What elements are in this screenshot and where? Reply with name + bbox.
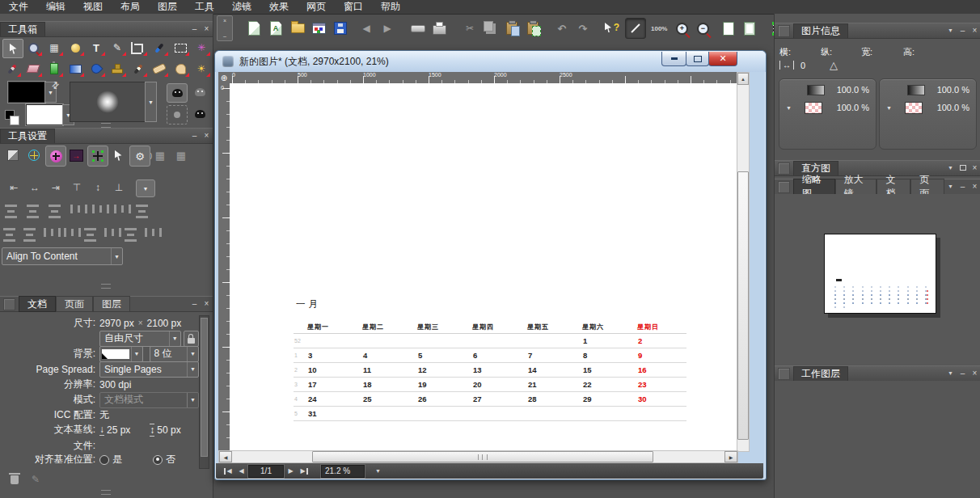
menu-edit[interactable]: 编辑: [37, 0, 74, 14]
ruler-origin[interactable]: ⊕: [218, 72, 230, 84]
fit-page-button[interactable]: [719, 19, 738, 38]
histogram-restore-icon[interactable]: [957, 162, 969, 175]
window-close-button[interactable]: ✕: [708, 52, 737, 66]
delete-button[interactable]: [6, 472, 23, 487]
doc-panel-scrollbar-thumb[interactable]: [201, 318, 208, 457]
fit-selection-button[interactable]: [740, 19, 759, 38]
measure-line-button[interactable]: [625, 18, 646, 39]
selection-visibility-button[interactable]: [167, 105, 188, 124]
retouch-brush-tool-button[interactable]: [129, 60, 148, 78]
window-minimize-button[interactable]: [661, 52, 686, 66]
next-page-button[interactable]: ▶: [284, 465, 298, 477]
toolbox-minimize-icon[interactable]: –: [188, 23, 201, 36]
thumbnail-viewport[interactable]: [775, 194, 980, 365]
align-right-icon[interactable]: ⇥: [47, 179, 65, 196]
distribute-top-icon[interactable]: [70, 205, 87, 213]
lighten-tool-button[interactable]: ☀: [192, 60, 211, 78]
radio-no[interactable]: [153, 455, 163, 465]
select-tool-button[interactable]: [2, 39, 23, 58]
browse-button[interactable]: [309, 19, 328, 38]
image-info-menu-icon[interactable]: ▼: [944, 24, 957, 37]
align-center-v-icon[interactable]: ↕: [89, 179, 107, 196]
mask-edit-button[interactable]: [191, 83, 209, 101]
work-layers-close-icon[interactable]: ×: [969, 367, 980, 380]
smudge-tool-button[interactable]: [171, 60, 190, 78]
tool-settings-close-icon[interactable]: ×: [201, 129, 213, 142]
baseline-spacing-value[interactable]: 50 px: [157, 424, 180, 436]
lock-ratio-button[interactable]: [184, 331, 199, 347]
distribute-left-icon[interactable]: [5, 205, 17, 218]
transform-selection-button[interactable]: [3, 146, 23, 165]
forward-button[interactable]: ▶: [378, 19, 397, 38]
brush-tool-button[interactable]: [2, 60, 22, 78]
equalize-v-icon[interactable]: [145, 228, 162, 237]
paste-button[interactable]: [502, 19, 522, 38]
menu-window[interactable]: 窗口: [335, 0, 372, 14]
doc-panel-scrollbar[interactable]: [199, 315, 209, 469]
tab-page-preview[interactable]: 页面: [910, 179, 944, 195]
paste-as-new-button[interactable]: [523, 19, 543, 38]
save-button[interactable]: [331, 19, 350, 38]
scroll-up-button[interactable]: ▲: [737, 73, 749, 85]
copy-button[interactable]: [481, 19, 501, 38]
path-tool-button[interactable]: ✎: [108, 39, 127, 57]
zoom-in-button[interactable]: +: [672, 19, 691, 38]
doc-panel-close-icon[interactable]: ×: [201, 298, 213, 310]
tab-thumbnail[interactable]: 缩略图: [793, 179, 835, 195]
channel-box-1[interactable]: 100.0 % ▼100.0 %: [779, 78, 877, 150]
text-tool-button[interactable]: T: [87, 39, 106, 57]
horizontal-scrollbar[interactable]: ◀ ▶: [218, 450, 738, 463]
menu-tools[interactable]: 工具: [186, 0, 223, 14]
zoom-indicator[interactable]: 21.2 %: [321, 465, 365, 478]
new-document-button[interactable]: [244, 19, 264, 38]
panel-grip[interactable]: [3, 298, 15, 310]
preview-menu-icon[interactable]: ▼: [944, 180, 957, 193]
image-info-minimize-icon[interactable]: –: [957, 24, 969, 37]
page-indicator[interactable]: 1/1: [248, 465, 284, 478]
patch-tool-button[interactable]: [150, 60, 169, 78]
channel-box-2[interactable]: 100.0 % ▼100.0 %: [879, 78, 977, 150]
panel-splitter[interactable]: [101, 490, 111, 495]
crop-tool-button[interactable]: [129, 39, 148, 57]
chevron-down-icon[interactable]: ▼: [886, 105, 894, 111]
menu-help[interactable]: 帮助: [372, 0, 409, 14]
preview-minimize-icon[interactable]: –: [957, 180, 969, 193]
eraser-tool-button[interactable]: [23, 60, 43, 78]
gradient-tool-button[interactable]: [65, 60, 85, 78]
histogram-close-icon[interactable]: ×: [969, 162, 980, 175]
bit-depth-select[interactable]: 8 位 ▼: [150, 346, 199, 362]
image-info-close-icon[interactable]: ×: [969, 24, 980, 37]
menu-layer[interactable]: 图层: [149, 0, 186, 14]
align-left-icon[interactable]: ⇤: [5, 179, 23, 196]
zoom-dropdown-button[interactable]: ▼: [371, 465, 385, 477]
redo-button[interactable]: ↷: [573, 19, 593, 38]
panel-grip[interactable]: [778, 162, 790, 175]
brush-preview-dropdown[interactable]: ▼: [145, 82, 157, 122]
baseline-offset-value[interactable]: 25 px: [107, 424, 130, 436]
histogram-menu-icon[interactable]: ▼: [944, 162, 957, 175]
work-layers-minimize-icon[interactable]: –: [957, 367, 969, 380]
background-color-select[interactable]: ▼: [99, 346, 143, 362]
grid-add-button[interactable]: ▦: [171, 146, 191, 165]
equalize-h-icon[interactable]: [125, 228, 137, 242]
tab-document-preview[interactable]: 文档: [877, 179, 910, 195]
doc-panel-minimize-icon[interactable]: –: [188, 298, 201, 310]
edit-button[interactable]: ✎: [27, 472, 44, 487]
back-button[interactable]: ◀: [357, 19, 376, 38]
page-thumbnail[interactable]: [824, 234, 936, 314]
distribute-bottom-icon[interactable]: [114, 205, 131, 213]
scroll-right-button[interactable]: ▶: [724, 451, 737, 462]
settings-gear-button[interactable]: ⚙: [129, 146, 150, 167]
menu-effects[interactable]: 效果: [260, 0, 298, 14]
preview-close-icon[interactable]: ×: [969, 180, 980, 193]
window-maximize-button[interactable]: [686, 52, 709, 66]
radio-yes[interactable]: [99, 455, 109, 465]
mesh-tool-button[interactable]: ▦: [44, 39, 64, 57]
chevron-down-icon[interactable]: ▼: [786, 105, 794, 111]
document-canvas[interactable]: 一月 星期一 星期二 星期三 星期四 星期五 星期六 星期日 52 1 2: [230, 83, 737, 450]
panel-grip[interactable]: [778, 181, 790, 193]
panel-grip[interactable]: [778, 368, 790, 380]
marquee-tool-button[interactable]: [171, 39, 190, 57]
spray-tool-button[interactable]: [44, 60, 64, 78]
zoom-out-button[interactable]: −: [693, 19, 712, 38]
